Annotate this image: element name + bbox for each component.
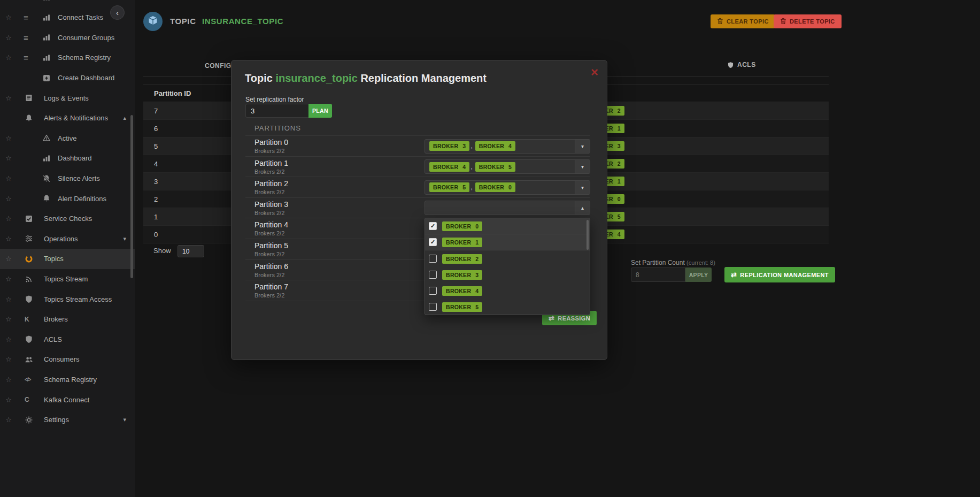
- checkbox[interactable]: ✓: [429, 222, 437, 230]
- replication-factor-input[interactable]: 3: [245, 104, 308, 118]
- sidebar-item-topics-stream[interactable]: ☆ Topics Stream: [0, 269, 135, 289]
- chart-bar-icon: [42, 33, 51, 42]
- partition-count-input[interactable]: 8: [631, 267, 685, 282]
- checkbox[interactable]: [429, 303, 437, 311]
- warning-icon: [42, 134, 51, 142]
- sidebar-item-brokers[interactable]: ☆ K Brokers: [0, 309, 135, 330]
- star-icon[interactable]: ☆: [4, 295, 13, 303]
- star-icon[interactable]: ☆: [4, 0, 13, 2]
- delete-topic-button[interactable]: DELETE TOPIC: [774, 14, 842, 28]
- star-icon[interactable]: ☆: [4, 416, 13, 424]
- clear-topic-button[interactable]: CLEAR TOPIC: [711, 14, 775, 28]
- sidebar-item-topics[interactable]: ☆ Topics: [0, 249, 135, 269]
- dropdown-scrollbar[interactable]: [587, 220, 589, 250]
- sidebar-item-dashboard[interactable]: ☆ Dashboard: [0, 148, 135, 169]
- star-icon[interactable]: ☆: [4, 235, 13, 243]
- chevron-down-icon: ▾: [581, 185, 584, 190]
- checkbox[interactable]: [429, 271, 437, 279]
- sidebar-item-settings[interactable]: ☆ Settings ▾: [0, 410, 135, 430]
- sidebar-item-silence-alerts[interactable]: ☆ Silence Alerts: [0, 169, 135, 189]
- star-icon[interactable]: ☆: [4, 335, 13, 343]
- star-icon[interactable]: ☆: [4, 94, 13, 102]
- select-caret-button[interactable]: ▴: [575, 201, 590, 215]
- modal-close-button[interactable]: ×: [591, 66, 598, 79]
- star-icon[interactable]: ☆: [4, 174, 13, 182]
- select-caret-button[interactable]: ▾: [575, 160, 590, 173]
- partition-id-cell: 5: [154, 142, 158, 150]
- modal-partition-row: Partition 3 Brokers 2/2 ▴: [245, 198, 590, 219]
- check-square-icon: [25, 215, 33, 223]
- modal-partition-row: Partition 2 Brokers 2/2 BROKER5,BROKER0 …: [245, 177, 590, 198]
- broker-option[interactable]: BROKER5: [425, 299, 590, 315]
- sidebar-item-consumer-groups[interactable]: ☆ ≡ Consumer Groups: [0, 28, 135, 48]
- topic-name: INSURANCE_TOPIC: [202, 17, 283, 26]
- sidebar-item-alert-definitions[interactable]: ☆ Alert Definitions: [0, 188, 135, 209]
- apply-button[interactable]: APPLY: [685, 267, 712, 282]
- plan-button[interactable]: PLAN: [308, 104, 332, 118]
- star-icon[interactable]: ☆: [4, 154, 13, 162]
- sidebar-item-kafka-connect[interactable]: ☆ C Kafka Connect: [0, 389, 135, 410]
- broker-option[interactable]: BROKER2: [425, 250, 590, 266]
- select-caret-button[interactable]: ▾: [575, 140, 590, 153]
- star-icon[interactable]: ☆: [4, 215, 13, 223]
- star-icon[interactable]: ☆: [4, 355, 13, 363]
- select-caret-button[interactable]: ▾: [575, 181, 590, 194]
- star-icon[interactable]: ☆: [4, 396, 13, 404]
- checkbox[interactable]: ✓: [429, 238, 437, 246]
- drag-handle-icon[interactable]: ≡: [24, 53, 32, 62]
- sidebar-item-active[interactable]: ☆ Active: [0, 128, 135, 149]
- star-icon[interactable]: ☆: [4, 13, 13, 21]
- sidebar-item-consumers[interactable]: ☆ Consumers: [0, 349, 135, 370]
- sidebar-item-topics-stream-access[interactable]: ☆ Topics Stream Access: [0, 289, 135, 309]
- star-icon[interactable]: ☆: [4, 134, 13, 142]
- replication-management-button[interactable]: ⇄ REPLICATION MANAGEMENT: [724, 267, 835, 282]
- broker-option[interactable]: ✓ BROKER0: [425, 218, 590, 234]
- drag-handle-icon[interactable]: ≡: [24, 0, 32, 2]
- broker-badge: BROKER3: [429, 141, 469, 151]
- broker-option[interactable]: BROKER3: [425, 266, 590, 282]
- swap-arrows-icon: ⇄: [731, 271, 737, 279]
- broker-select[interactable]: BROKER5,BROKER0 ▾: [425, 180, 590, 195]
- show-label: Show: [153, 247, 171, 255]
- tab-acls[interactable]: ACLS: [727, 61, 756, 68]
- star-icon[interactable]: ☆: [4, 53, 13, 62]
- drag-handle-icon[interactable]: ≡: [24, 13, 32, 22]
- star-icon[interactable]: ☆: [4, 34, 13, 42]
- tab-config[interactable]: CONFIG: [205, 62, 232, 70]
- broker-select[interactable]: BROKER4,BROKER5 ▾: [425, 159, 590, 174]
- sidebar-item-alerts-notifications[interactable]: Alerts & Notifications ▴: [0, 108, 135, 128]
- broker-select[interactable]: BROKER3,BROKER4 ▾: [425, 139, 590, 154]
- sidebar-item-service-checks[interactable]: ☆ Service Checks: [0, 209, 135, 229]
- star-icon[interactable]: ☆: [4, 376, 13, 384]
- sidebar-scrollbar[interactable]: [130, 115, 133, 278]
- partition-id-cell: 0: [154, 231, 158, 239]
- star-icon[interactable]: ☆: [4, 315, 13, 323]
- sidebar-item-logs-events[interactable]: ☆ Logs & Events: [0, 88, 135, 108]
- chevron-down-icon: ▾: [123, 416, 126, 423]
- checkbox[interactable]: [429, 255, 437, 263]
- broker-option[interactable]: ✓ BROKER1: [425, 234, 590, 250]
- modal-title: Topic insurance_topic Replication Manage…: [245, 72, 487, 85]
- chart-bar-icon: [42, 13, 51, 22]
- close-icon: ×: [591, 65, 598, 79]
- checkbox[interactable]: [429, 287, 437, 295]
- replication-management-modal: × Topic insurance_topic Replication Mana…: [231, 60, 607, 360]
- broker-select[interactable]: ▴: [425, 201, 590, 215]
- chevron-up-icon: ▴: [581, 205, 584, 211]
- partitions-section-header: PARTITIONS: [254, 124, 301, 132]
- broker-option[interactable]: BROKER4: [425, 282, 590, 299]
- partition-name: Partition 5: [254, 241, 288, 250]
- sidebar-item-schema-registry[interactable]: ☆ ≡ Schema Registry: [0, 48, 135, 68]
- star-icon[interactable]: ☆: [4, 255, 13, 263]
- star-icon[interactable]: ☆: [4, 195, 13, 203]
- sidebar-collapse-button[interactable]: ‹: [110, 5, 125, 20]
- show-page-size-select[interactable]: 10: [178, 245, 204, 257]
- sidebar-item-operations[interactable]: ☆ Operations ▾: [0, 229, 135, 249]
- sidebar-item-schema-registry[interactable]: ☆ </> Schema Registry: [0, 370, 135, 390]
- partition-name: Partition 3: [254, 200, 288, 209]
- sidebar-item-create-dashboard[interactable]: Create Dashboard: [0, 68, 135, 88]
- drag-handle-icon[interactable]: ≡: [24, 33, 32, 42]
- sidebar-item-acls[interactable]: ☆ ACLS: [0, 330, 135, 350]
- chart-bar-icon: [42, 0, 51, 2]
- star-icon[interactable]: ☆: [4, 275, 13, 283]
